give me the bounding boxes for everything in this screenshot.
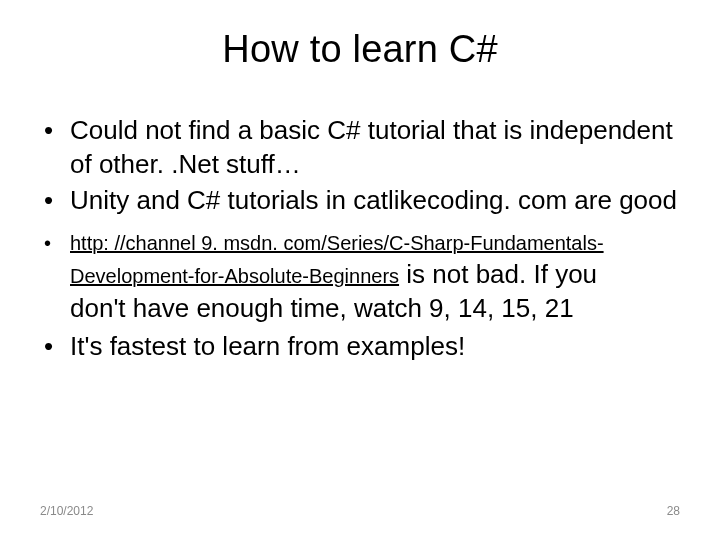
bullet-text: http: //channel 9. msdn. com/Series/C-Sh…	[70, 229, 680, 325]
slide: How to learn C# • Could not find a basic…	[0, 0, 720, 540]
bullet-mark-icon: •	[42, 329, 70, 363]
bullet-trail: is not bad. If you	[399, 259, 597, 289]
bullet-text: It's fastest to learn from examples!	[70, 329, 680, 363]
bullet-mark-icon: •	[42, 113, 70, 147]
bullet-list: • Could not find a basic C# tutorial tha…	[40, 113, 680, 363]
bullet-item: • Unity and C# tutorials in catlikecodin…	[42, 183, 680, 217]
footer-page-number: 28	[667, 504, 680, 518]
bullet-item: • Could not find a basic C# tutorial tha…	[42, 113, 680, 181]
bullet-trail: don't have enough time, watch 9, 14, 15,…	[70, 291, 680, 325]
bullet-mark-icon: •	[42, 229, 70, 257]
slide-title: How to learn C#	[40, 28, 680, 71]
bullet-text: Unity and C# tutorials in catlikecoding.…	[70, 183, 680, 217]
slide-footer: 2/10/2012 28	[40, 504, 680, 518]
bullet-mark-icon: •	[42, 183, 70, 217]
bullet-item: • It's fastest to learn from examples!	[42, 329, 680, 363]
footer-date: 2/10/2012	[40, 504, 93, 518]
bullet-item: • http: //channel 9. msdn. com/Series/C-…	[42, 229, 680, 325]
bullet-text: Could not find a basic C# tutorial that …	[70, 113, 680, 181]
